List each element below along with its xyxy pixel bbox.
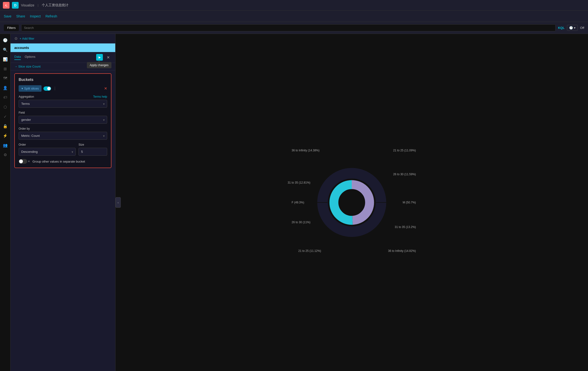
sidebar-icon-settings[interactable]: ⚙ [1,150,10,159]
sidebar-icon-chart[interactable]: 📊 [1,55,10,64]
order-by-field: Order by Metric: Count ▾ [19,127,107,140]
add-filter-row: ⚙ + Add filter [10,34,115,43]
tab-actions: ▶ ✕ [96,54,111,61]
sidebar-nav: 🕐 🔍 📊 ⊞ 🗺 👤 🏷 ⬡ ✓ 🔒 ⚡ 👥 ⚙ [0,34,10,371]
size-input[interactable] [79,148,107,156]
add-filter-button[interactable]: + Add filter [20,37,34,40]
chevron-icon: ▾ [21,87,23,90]
order-by-label: Order by [19,127,107,130]
sidebar-icon-check[interactable]: ✓ [1,112,10,121]
topbar: D Visualize | 个人工资信息统计 [0,0,588,11]
chart-label-36-to-infinity-top: 36 to Infinity (14.38%) [292,149,320,152]
clock-icon: 🕐 [569,26,573,30]
aggregation-label: Aggregation Terms help [19,95,107,98]
filters-tab[interactable]: Filters [4,25,19,31]
svg-point-12 [340,190,364,215]
group-toggle-x-icon: ✕ [28,160,30,163]
field-select[interactable]: gender [19,116,107,124]
page-title: 个人工资信息统计 [42,3,68,7]
chart-label-m: M (50.7%) [403,201,416,204]
chevron-down-icon: ▾ [574,26,576,30]
refresh-button[interactable]: Refresh [45,14,57,18]
sidebar-icon-grid[interactable]: ⊞ [1,64,10,73]
apply-changes-button[interactable]: ▶ [96,54,103,61]
time-off-label: Off [580,26,584,30]
share-button[interactable]: Share [16,14,25,18]
close-panel-button[interactable]: ✕ [105,54,111,61]
sidebar-icon-search[interactable]: 🔍 [1,45,10,54]
time-picker[interactable]: 🕐 ▾ [567,25,578,31]
buckets-box: Buckets ▾ Split slices ⋮ ✕ Ag [14,73,111,168]
field-select-wrapper: gender ▾ [19,116,107,124]
chart-label-26-to-30-right: 26 to 30 (11.59%) [393,173,416,176]
terms-help-link[interactable]: Terms help [93,95,107,98]
chart-label-26-to-30-left: 26 to 30 (11%) [292,221,310,224]
order-col: Order Descending ▾ [19,143,76,156]
chart-label-31-to-35-left: 31 to 35 (12.81%) [288,181,310,184]
tab-options[interactable]: Options [25,55,35,60]
order-label: Order [19,143,76,146]
inspect-button[interactable]: Inspect [30,14,41,18]
panel-tabs: Data Options ▶ ✕ Apply changes [10,52,115,63]
visualize-label: Visualize [21,3,34,7]
left-panel: ⚙ + Add filter accounts Data Options ▶ ✕… [10,34,116,371]
aggregation-field: Aggregation Terms help Terms ▾ [19,95,107,108]
chart-label-f: F (49.3%) [292,201,304,204]
sidebar-icon-map[interactable]: 🗺 [1,74,10,83]
kibana-logo [3,2,10,9]
search-input[interactable] [21,24,556,31]
order-by-select-wrapper: Metric: Count ▾ [19,132,107,140]
accounts-header: accounts [10,43,115,52]
aggregation-select-wrapper: Terms ▾ [19,100,107,108]
size-label: Size [79,143,107,146]
field-field: Field gender ▾ [19,111,107,124]
chart-label-21-to-25-top: 21 to 25 (11.09%) [393,149,416,152]
order-size-row: Order Descending ▾ Size [19,143,107,156]
actionbar: Save Share Inspect Refresh [0,11,588,22]
donut-chart-svg [311,162,392,243]
order-by-select[interactable]: Metric: Count [19,132,107,140]
collapse-button-wrapper: ‹ [116,197,121,208]
buckets-title: Buckets [19,78,107,82]
sidebar-icon-bolt[interactable]: ⚡ [1,131,10,140]
sidebar-icon-tag[interactable]: 🏷 [1,93,10,102]
kql-label: KQL [558,26,564,30]
split-slices-button[interactable]: ▾ Split slices [19,85,42,92]
tab-data[interactable]: Data [14,55,21,60]
sidebar-icon-users[interactable]: 👥 [1,141,10,149]
filterbar: Filters KQL 🕐 ▾ Off [0,22,588,34]
group-toggle[interactable]: ✕ [19,159,30,164]
delete-split-slices-button[interactable]: ✕ [104,86,107,91]
chart-label-21-to-25-bottom: 21 to 25 (11.12%) [298,249,321,253]
sidebar-icon-person[interactable]: 👤 [1,84,10,92]
main-layout: 🕐 🔍 📊 ⊞ 🗺 👤 🏷 ⬡ ✓ 🔒 ⚡ 👥 ⚙ ⚙ + Add filter… [0,34,588,371]
size-col: Size [79,143,107,156]
chart-area: ‹ ⋮ 36 to Infinity (14.38%) 21 to 25 (11… [116,34,588,371]
group-toggle-base[interactable] [19,159,27,164]
separator: | [38,3,38,7]
collapse-panel-button[interactable]: ‹ [116,197,121,208]
gear-icon: ⚙ [14,36,18,41]
save-button[interactable]: Save [4,14,11,18]
order-select-wrapper: Descending ▾ [19,148,76,156]
sidebar-icon-clock[interactable]: 🕐 [1,36,10,44]
field-label: Field [19,111,107,114]
group-row: ✕ Group other values in separate bucket [19,159,107,164]
group-label: Group other values in separate bucket [32,160,85,163]
aggregation-select[interactable]: Terms [19,100,107,108]
order-select[interactable]: Descending [19,148,76,156]
donut-chart-wrapper: 36 to Infinity (14.38%) 21 to 25 (11.09%… [285,143,419,262]
sidebar-icon-lock[interactable]: 🔒 [1,122,10,130]
apply-changes-tooltip: Apply changes [87,62,111,68]
panel-content: Buckets ▾ Split slices ⋮ ✕ Ag [10,70,115,371]
split-slices-header: ▾ Split slices ⋮ ✕ [19,85,107,92]
drag-handle-icon[interactable]: ⋮ [53,86,57,91]
toggle-knob [47,87,51,90]
chart-label-31-to-35-right: 31 to 35 (13.2%) [395,225,416,229]
group-toggle-knob [19,159,23,163]
app-icon: D [12,2,19,9]
sidebar-icon-layers[interactable]: ⬡ [1,103,10,111]
split-slices-toggle[interactable] [43,86,51,91]
chart-label-36-to-infinity-bottom: 36 to Infinity (14.82%) [388,249,416,253]
